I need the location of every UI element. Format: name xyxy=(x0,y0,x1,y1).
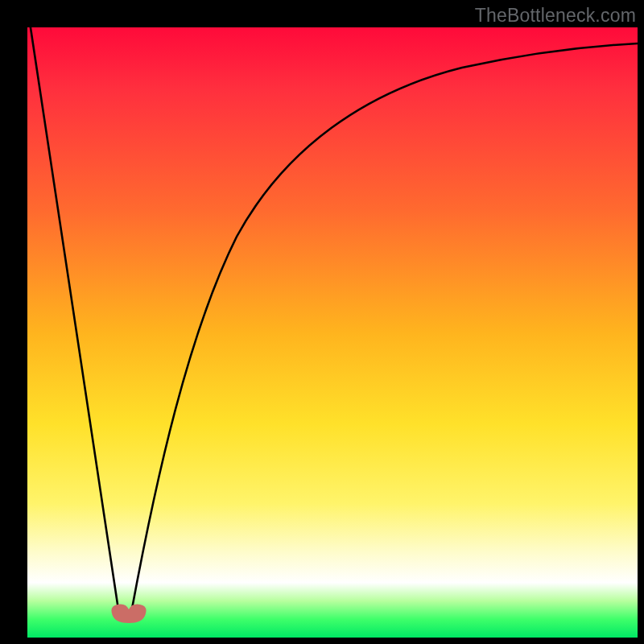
plot-area xyxy=(27,27,638,638)
watermark-text: TheBottleneck.com xyxy=(475,5,636,27)
chart-frame: TheBottleneck.com xyxy=(0,0,644,644)
curve-right-branch xyxy=(132,43,638,609)
curve-left-branch xyxy=(30,23,118,609)
min-marker xyxy=(111,605,146,623)
curve-layer xyxy=(27,27,638,638)
